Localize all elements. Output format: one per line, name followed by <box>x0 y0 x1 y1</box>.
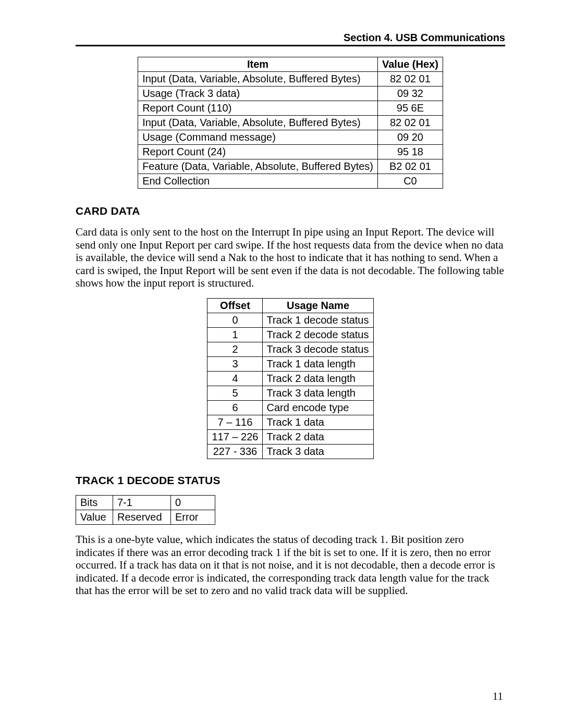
table-row: 0 Track 1 decode status <box>207 313 373 328</box>
t1-item: Input (Data, Variable, Absolute, Buffere… <box>138 72 378 87</box>
t2-usage: Track 2 decode status <box>263 328 373 342</box>
t1-head-value: Value (Hex) <box>378 57 443 72</box>
t1-value: C0 <box>378 174 443 189</box>
t1-item: Report Count (110) <box>138 101 378 116</box>
page-number: 11 <box>493 690 503 703</box>
table-row: Bits 7-1 0 <box>76 496 215 510</box>
t2-offset: 3 <box>207 357 263 372</box>
table-row: 227 - 336 Track 3 data <box>207 445 373 459</box>
table-row: 3 Track 1 data length <box>207 357 373 372</box>
table-row: 1 Track 2 decode status <box>207 328 373 342</box>
t2-offset: 5 <box>207 386 263 401</box>
t2-usage: Track 1 data length <box>263 357 373 372</box>
table-row: Report Count (24) 95 18 <box>138 145 443 159</box>
t2-usage: Track 2 data <box>263 430 373 445</box>
table-row: Report Count (110) 95 6E <box>138 101 443 116</box>
table-row: Usage (Command message) 09 20 <box>138 130 443 145</box>
t2-usage: Track 3 data <box>263 445 373 459</box>
table-row: Feature (Data, Variable, Absolute, Buffe… <box>138 159 443 174</box>
t2-offset: 227 - 336 <box>207 445 263 459</box>
t2-offset: 7 – 116 <box>207 415 263 430</box>
t2-usage: Card encode type <box>263 401 373 415</box>
t1-item: Usage (Track 3 data) <box>138 87 378 101</box>
t2-usage: Track 3 decode status <box>263 342 373 357</box>
t1-value: 82 02 01 <box>378 72 443 87</box>
t2-offset: 0 <box>207 313 263 328</box>
t2-head-usage: Usage Name <box>263 299 373 313</box>
table-row: 4 Track 2 data length <box>207 372 373 386</box>
t1-value: 95 6E <box>378 101 443 116</box>
table-row: Input (Data, Variable, Absolute, Buffere… <box>138 72 443 87</box>
t2-usage: Track 2 data length <box>263 372 373 386</box>
t2-offset: 117 – 226 <box>207 430 263 445</box>
t2-offset: 1 <box>207 328 263 342</box>
card-data-paragraph: Card data is only sent to the host on th… <box>76 226 505 290</box>
table-row: 117 – 226 Track 2 data <box>207 430 373 445</box>
t2-offset: 6 <box>207 401 263 415</box>
t1-value: 82 02 01 <box>378 116 443 130</box>
table-row: Value Reserved Error <box>76 510 215 525</box>
table-row: End Collection C0 <box>138 174 443 189</box>
table-row: Usage (Track 3 data) 09 32 <box>138 87 443 101</box>
t3-cell: Value <box>76 510 113 525</box>
t1-item: End Collection <box>138 174 378 189</box>
table-row: 7 – 116 Track 1 data <box>207 415 373 430</box>
input-report-table: Offset Usage Name 0 Track 1 decode statu… <box>207 298 373 459</box>
t1-item: Input (Data, Variable, Absolute, Buffere… <box>138 116 378 130</box>
t2-head-offset: Offset <box>207 299 263 313</box>
track1-status-bits-table: Bits 7-1 0 Value Reserved Error <box>76 495 215 525</box>
t2-usage: Track 1 decode status <box>263 313 373 328</box>
t1-value: B2 02 01 <box>378 159 443 174</box>
heading-track1-decode-status: TRACK 1 DECODE STATUS <box>76 474 505 487</box>
t3-cell: Error <box>171 510 215 525</box>
hid-descriptor-table: Item Value (Hex) Input (Data, Variable, … <box>138 57 443 189</box>
t2-usage: Track 1 data <box>263 415 373 430</box>
table-row: 6 Card encode type <box>207 401 373 415</box>
t2-offset: 4 <box>207 372 263 386</box>
t3-cell: 0 <box>171 496 215 510</box>
t3-cell: Reserved <box>113 510 171 525</box>
t1-item: Report Count (24) <box>138 145 378 159</box>
t1-item: Feature (Data, Variable, Absolute, Buffe… <box>138 159 378 174</box>
track1-paragraph: This is a one-byte value, which indicate… <box>76 533 505 597</box>
table-row: 2 Track 3 decode status <box>207 342 373 357</box>
running-header: Section 4. USB Communications <box>76 31 505 46</box>
heading-card-data: CARD DATA <box>76 204 505 217</box>
t1-head-item: Item <box>138 57 378 72</box>
t1-value: 09 20 <box>378 130 443 145</box>
t1-item: Usage (Command message) <box>138 130 378 145</box>
t3-cell: 7-1 <box>113 496 171 510</box>
table-row: Input (Data, Variable, Absolute, Buffere… <box>138 116 443 130</box>
table-row: 5 Track 3 data length <box>207 386 373 401</box>
t1-value: 95 18 <box>378 145 443 159</box>
t3-cell: Bits <box>76 496 113 510</box>
t2-offset: 2 <box>207 342 263 357</box>
t1-value: 09 32 <box>378 87 443 101</box>
t2-usage: Track 3 data length <box>263 386 373 401</box>
